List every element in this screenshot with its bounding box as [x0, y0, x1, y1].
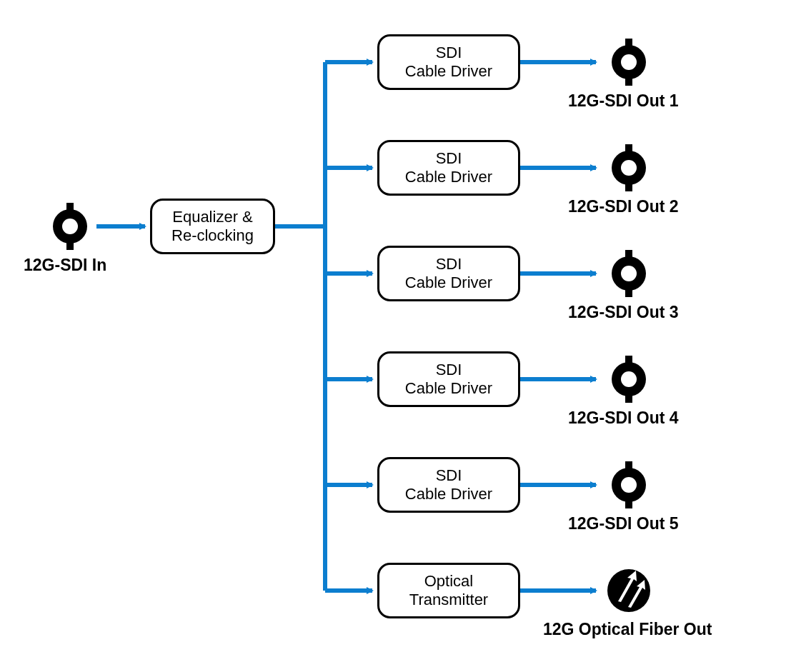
driver-block-4: SDI Cable Driver	[377, 351, 520, 407]
driver5-line2: Cable Driver	[405, 485, 492, 503]
driver4-line2: Cable Driver	[405, 379, 492, 398]
svg-rect-34	[625, 393, 632, 403]
bnc-connector-icon	[45, 201, 95, 251]
equalizer-block: Equalizer & Re-clocking	[150, 199, 275, 254]
driver3-line1: SDI	[405, 255, 492, 274]
svg-point-16	[62, 219, 78, 234]
bnc-connector-icon	[604, 143, 654, 193]
equalizer-line1: Equalizer &	[171, 208, 254, 226]
bnc-connector-icon	[604, 354, 654, 404]
driver4-line1: SDI	[405, 361, 492, 379]
svg-point-39	[607, 569, 650, 612]
driver2-line1: SDI	[405, 149, 492, 168]
optical-line1: Optical	[409, 572, 488, 591]
out3-label: 12G-SDI Out 3	[568, 303, 679, 323]
driver-block-3: SDI Cable Driver	[377, 246, 520, 301]
svg-point-28	[621, 266, 637, 281]
input-label: 12G-SDI In	[24, 256, 106, 276]
svg-rect-22	[625, 76, 632, 86]
svg-rect-18	[66, 240, 74, 250]
driver1-line2: Cable Driver	[405, 62, 492, 81]
out2-label: 12G-SDI Out 2	[568, 197, 679, 217]
driver-block-5: SDI Cable Driver	[377, 457, 520, 513]
svg-point-36	[621, 477, 637, 493]
svg-rect-38	[625, 498, 632, 508]
optical-out-label: 12G Optical Fiber Out	[543, 620, 712, 640]
optical-tx-block: Optical Transmitter	[377, 563, 520, 618]
optical-connector-icon	[604, 566, 654, 616]
driver5-line1: SDI	[405, 466, 492, 485]
out5-label: 12G-SDI Out 5	[568, 514, 679, 534]
driver3-line2: Cable Driver	[405, 274, 492, 292]
svg-point-20	[621, 54, 637, 70]
out1-label: 12G-SDI Out 1	[568, 91, 679, 111]
optical-line2: Transmitter	[409, 591, 488, 609]
svg-rect-30	[625, 287, 632, 297]
svg-point-32	[621, 371, 637, 387]
driver2-line2: Cable Driver	[405, 168, 492, 186]
svg-rect-33	[625, 356, 632, 366]
svg-rect-17	[66, 203, 74, 213]
driver-block-2: SDI Cable Driver	[377, 140, 520, 196]
bnc-connector-icon	[604, 249, 654, 299]
svg-rect-29	[625, 250, 632, 260]
driver-block-1: SDI Cable Driver	[377, 34, 520, 90]
driver1-line1: SDI	[405, 44, 492, 62]
svg-rect-37	[625, 461, 632, 471]
svg-rect-26	[625, 181, 632, 191]
bnc-connector-icon	[604, 37, 654, 87]
svg-rect-25	[625, 144, 632, 154]
svg-rect-21	[625, 39, 632, 49]
bnc-connector-icon	[604, 460, 654, 510]
equalizer-line2: Re-clocking	[171, 226, 254, 245]
svg-point-24	[621, 160, 637, 176]
out4-label: 12G-SDI Out 4	[568, 408, 679, 428]
